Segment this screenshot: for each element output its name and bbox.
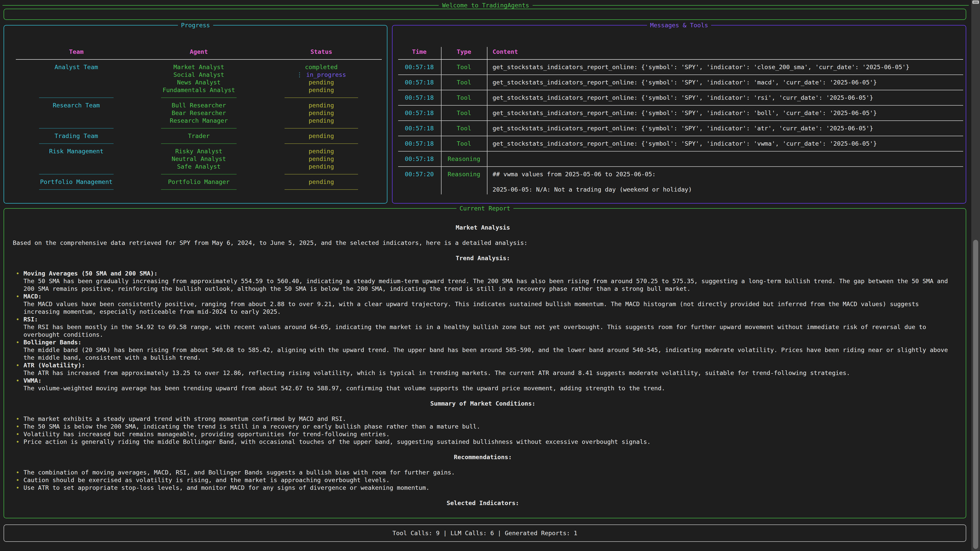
scrollbar-handle-icon[interactable] <box>972 0 979 4</box>
progress-table: Team Agent Status Analyst Team Market An… <box>4 25 387 193</box>
list-item: •The combination of moving averages, MAC… <box>16 468 953 476</box>
row-separator <box>393 102 966 109</box>
bullet-icon: • <box>16 476 19 484</box>
row-separator <box>393 132 966 140</box>
bullet-icon: • <box>16 316 19 323</box>
agent-cell: Safe Analyst <box>161 163 237 170</box>
list-item: • VWMA: The volume-weighted moving avera… <box>16 377 953 392</box>
team-cell: Research Team <box>39 102 114 109</box>
welcome-title: Welcome to TradingAgents <box>442 2 529 9</box>
team-cell: Trading Team <box>39 132 114 140</box>
bullet-text: The market exhibits a steady upward tren… <box>24 415 346 422</box>
bullet-icon: • <box>16 292 19 300</box>
bullet-title: RSI: <box>24 316 953 323</box>
section-heading-trend: Trend Analysis: <box>13 254 953 262</box>
status-text: in_progress <box>306 71 346 78</box>
group-separator <box>4 140 387 148</box>
column-header-time: Time <box>398 48 441 56</box>
rule-line <box>533 5 969 6</box>
status-cell: pending <box>285 163 358 170</box>
bullet-title: Moving Averages (50 SMA and 200 SMA): <box>24 270 953 277</box>
section-heading-summary: Summary of Market Conditions: <box>13 400 953 407</box>
time-cell: 00:57:18 <box>398 109 441 117</box>
bullet-text: Volatility has increased but remains man… <box>24 430 390 438</box>
team-cell: Portfolio Management <box>39 178 114 186</box>
bullet-icon: • <box>16 484 19 492</box>
bullet-icon: • <box>16 362 19 369</box>
table-row: Trading Team Trader pending <box>4 132 387 140</box>
content-cell: get_stockstats_indicators_report_online:… <box>493 124 962 132</box>
status-cell: ⋮ in_progress <box>285 71 358 79</box>
status-cell: pending <box>285 155 358 163</box>
bullet-icon: • <box>16 415 19 423</box>
table-row: 00:57:18 Tool get_stockstats_indicators_… <box>393 109 966 117</box>
time-cell: 00:57:20 <box>398 170 441 178</box>
table-row: 00:57:18 Tool get_stockstats_indicators_… <box>393 63 966 71</box>
type-cell: Reasoning <box>442 170 485 178</box>
agent-cell: Portfolio Manager <box>161 178 237 186</box>
table-row: Social Analyst ⋮ in_progress <box>4 71 387 79</box>
column-header-type: Type <box>442 48 485 56</box>
column-header-team: Team <box>39 48 114 56</box>
recommendations-bullet-list: •The combination of moving averages, MAC… <box>16 468 953 492</box>
time-cell: 00:57:18 <box>398 94 441 102</box>
report-intro: Based on the comprehensive data retrieve… <box>13 239 953 247</box>
table-row: News Analyst pending <box>4 79 387 86</box>
bullet-title: Bollinger Bands: <box>24 338 953 346</box>
agent-cell: Neutral Analyst <box>161 155 237 163</box>
bullet-icon: • <box>16 468 19 476</box>
status-cell: pending <box>285 178 358 186</box>
content-line <box>493 178 962 186</box>
agent-cell: Market Analyst <box>161 63 237 71</box>
list-item: •The 50 SMA is below the 200 SMA, indica… <box>16 423 953 430</box>
table-row: Fundamentals Analyst pending <box>4 86 387 94</box>
bullet-text: The ATR has increased from approximately… <box>24 369 953 377</box>
row-separator <box>393 71 966 79</box>
row-separator <box>393 117 966 124</box>
agent-cell: Research Manager <box>161 117 237 124</box>
bullet-icon: • <box>16 423 19 430</box>
agent-cell: Trader <box>161 132 237 140</box>
welcome-panel <box>3 9 966 20</box>
list-item: • MACD: The MACD values have been consis… <box>16 292 953 316</box>
time-cell: 00:57:18 <box>398 140 441 148</box>
table-row: Neutral Analyst pending <box>4 155 387 163</box>
content-cell: get_stockstats_indicators_report_online:… <box>493 140 962 148</box>
welcome-rule: Welcome to TradingAgents <box>3 2 969 9</box>
table-row: Research Team Bull Researcher pending <box>4 102 387 109</box>
table-row: Safe Analyst pending <box>4 163 387 170</box>
bullet-text: The middle band (20 SMA) has been rising… <box>24 346 953 362</box>
footer-stats-text: Tool Calls: 9 | LLM Calls: 6 | Generated… <box>393 530 577 537</box>
status-cell: pending <box>285 86 358 94</box>
status-cell: pending <box>285 102 358 109</box>
type-cell: Tool <box>442 124 485 132</box>
bullet-title: ATR (Volatility): <box>24 362 953 369</box>
bullet-icon: • <box>16 377 19 384</box>
agent-cell: Fundamentals Analyst <box>161 86 237 94</box>
status-cell: pending <box>285 109 358 117</box>
table-row: Analyst Team Market Analyst completed <box>4 63 387 71</box>
list-item: • ATR (Volatility): The ATR has increase… <box>16 362 953 377</box>
bullet-icon: • <box>16 438 19 446</box>
list-item: • Moving Averages (50 SMA and 200 SMA): … <box>16 270 953 292</box>
summary-bullet-list: •The market exhibits a steady upward tre… <box>16 415 953 446</box>
type-cell: Reasoning <box>442 155 485 163</box>
list-item: •The market exhibits a steady upward tre… <box>16 415 953 423</box>
table-row: Bear Researcher pending <box>4 109 387 117</box>
agent-cell: Bear Researcher <box>161 109 237 117</box>
time-cell: 00:57:18 <box>398 155 441 163</box>
content-line: ## vwma values from 2025-05-06 to 2025-0… <box>493 170 962 178</box>
table-row: 00:57:20 Reasoning ## vwma values from 2… <box>393 170 966 193</box>
scrollbar-thumb[interactable] <box>973 240 978 549</box>
type-cell: Tool <box>442 63 485 71</box>
column-header-content: Content <box>493 48 962 56</box>
bullet-text: The RSI has been mostly in the 54.92 to … <box>24 323 953 338</box>
report-heading: Market Analysis <box>13 224 953 231</box>
list-item: •Price action is generally riding the mi… <box>16 438 953 446</box>
progress-header-row: Team Agent Status <box>4 48 387 56</box>
content-cell: get_stockstats_indicators_report_online:… <box>493 63 962 71</box>
list-item: •Volatility has increased but remains ma… <box>16 430 953 438</box>
status-cell: pending <box>285 117 358 124</box>
messages-header-row: Time Type Content <box>393 48 966 56</box>
bullet-icon: • <box>16 430 19 438</box>
